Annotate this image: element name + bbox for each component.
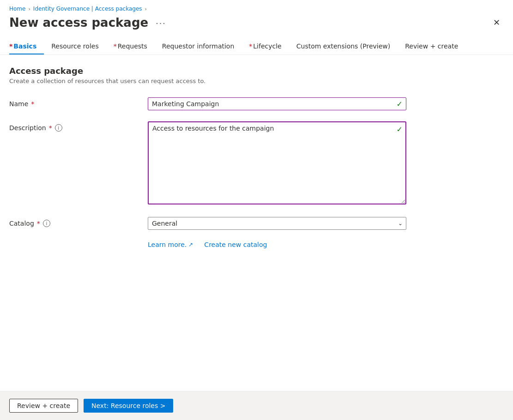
catalog-control: General Custom Catalog 1 ⌄ — [148, 217, 406, 230]
tab-resource-roles[interactable]: Resource roles — [44, 39, 106, 54]
name-label-text: Name — [9, 100, 28, 108]
description-label: Description * i — [9, 121, 148, 132]
required-star: * — [9, 42, 12, 50]
catalog-label: Catalog * i — [9, 217, 148, 227]
tab-review-create-label: Review + create — [405, 42, 458, 50]
external-link-icon: ↗ — [188, 241, 193, 248]
description-textarea-wrapper: Access to resources for the campaign ✓ — [148, 121, 406, 206]
tab-lifecycle[interactable]: *Lifecycle — [241, 39, 289, 54]
name-required-star: * — [31, 100, 34, 108]
catalog-required-star: * — [37, 220, 40, 227]
tab-lifecycle-label: Lifecycle — [253, 42, 281, 50]
description-required-star: * — [49, 124, 52, 132]
main-content: Access package Create a collection of re… — [0, 55, 513, 391]
name-row: Name * ✓ — [9, 97, 504, 110]
name-control: ✓ — [148, 97, 406, 110]
catalog-row: Catalog * i General Custom Catalog 1 ⌄ — [9, 217, 504, 230]
description-label-text: Description — [9, 124, 46, 132]
breadcrumb: Home › Identity Governance | Access pack… — [0, 0, 513, 14]
catalog-label-text: Catalog — [9, 220, 34, 227]
tab-basics[interactable]: *Basics — [9, 39, 44, 54]
section-title: Access package — [9, 66, 504, 76]
description-input[interactable]: Access to resources for the campaign — [148, 121, 406, 204]
section-description: Create a collection of resources that us… — [9, 78, 504, 84]
next-resource-roles-button[interactable]: Next: Resource roles > — [84, 399, 173, 413]
footer: Review + create Next: Resource roles > — [0, 391, 513, 420]
learn-more-text: Learn more. — [148, 241, 187, 248]
tab-requestor-information-label: Requestor information — [162, 42, 234, 50]
tab-custom-extensions[interactable]: Custom extensions (Preview) — [289, 39, 398, 54]
breadcrumb-home[interactable]: Home — [9, 6, 25, 12]
required-star-3: * — [249, 42, 252, 50]
breadcrumb-identity-governance[interactable]: Identity Governance | Access packages — [33, 6, 142, 12]
tabs-bar: *Basics Resource roles *Requests Request… — [0, 31, 513, 55]
description-row: Description * i Access to resources for … — [9, 121, 504, 206]
catalog-info-icon[interactable]: i — [43, 220, 50, 227]
create-new-catalog-text: Create new catalog — [204, 241, 267, 248]
catalog-dropdown-wrapper: General Custom Catalog 1 ⌄ — [148, 217, 406, 230]
title-left: New access package ··· — [9, 16, 169, 30]
tab-review-create[interactable]: Review + create — [398, 39, 465, 54]
description-info-icon[interactable]: i — [55, 124, 62, 132]
title-row: New access package ··· ✕ — [0, 14, 513, 30]
tab-requests-label: Requests — [118, 42, 147, 50]
learn-more-link[interactable]: Learn more. ↗ — [148, 241, 193, 248]
create-new-catalog-link[interactable]: Create new catalog — [204, 241, 267, 248]
tab-resource-roles-label: Resource roles — [51, 42, 98, 50]
tab-requests[interactable]: *Requests — [106, 39, 155, 54]
required-star-2: * — [114, 42, 117, 50]
chevron-icon-2: › — [145, 6, 147, 12]
more-button[interactable]: ··· — [153, 17, 169, 29]
review-create-button[interactable]: Review + create — [9, 399, 78, 413]
description-control: Access to resources for the campaign ✓ — [148, 121, 406, 206]
page-title: New access package — [9, 16, 148, 30]
close-button[interactable]: ✕ — [489, 17, 504, 29]
tab-custom-extensions-label: Custom extensions (Preview) — [296, 42, 391, 50]
chevron-icon: › — [28, 6, 30, 12]
name-label: Name * — [9, 97, 148, 108]
name-input-wrapper: ✓ — [148, 97, 406, 110]
catalog-dropdown[interactable]: General Custom Catalog 1 — [148, 217, 406, 230]
name-check-icon: ✓ — [397, 100, 403, 108]
tab-basics-label: Basics — [13, 42, 36, 50]
name-input[interactable] — [148, 97, 406, 110]
close-icon: ✕ — [493, 18, 500, 27]
tab-requestor-information[interactable]: Requestor information — [155, 39, 241, 54]
description-check-icon: ✓ — [397, 125, 403, 134]
links-row: Learn more. ↗ Create new catalog — [148, 241, 504, 248]
